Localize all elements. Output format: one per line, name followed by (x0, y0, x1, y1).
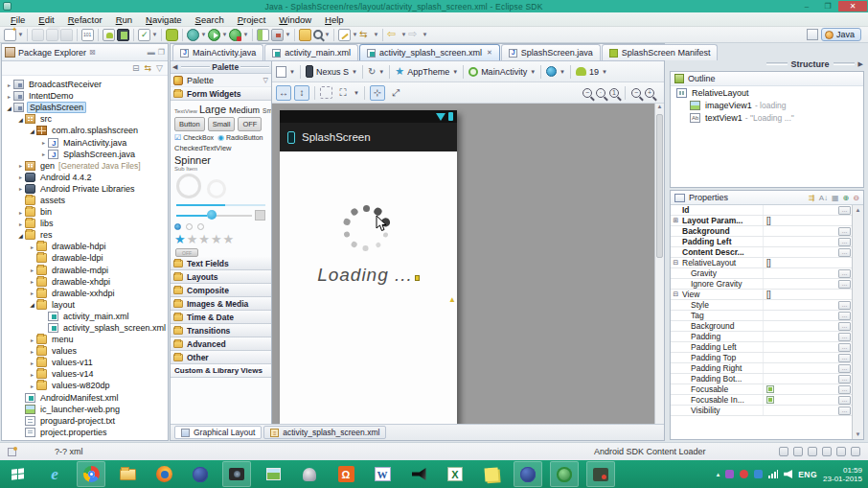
editor-tab-activity-splash-screen-xml[interactable]: activity_splash_screen.xml✕ (359, 44, 500, 60)
back-menu-icon[interactable]: ▼ (400, 32, 407, 37)
chevron-down-icon[interactable]: ▼ (560, 69, 565, 75)
prop-row-id[interactable]: Id… (671, 205, 852, 216)
tree-item-drawable-mdpi[interactable]: ▸drawable-mdpi (2, 265, 168, 276)
menu-help[interactable]: Help (318, 14, 351, 25)
error-tray-icon[interactable] (740, 470, 748, 478)
menu-edit[interactable]: Edit (32, 14, 60, 25)
expander-collapsed-icon[interactable]: ▸ (5, 93, 13, 100)
language-indicator[interactable]: ENG (798, 470, 817, 479)
tree-item-src[interactable]: ◢src (2, 113, 168, 125)
prop-row-background[interactable]: Background… (671, 226, 852, 237)
run-icon[interactable] (208, 29, 220, 41)
outline-item-relativelayout[interactable]: RelativeLayout (671, 86, 863, 99)
outline-header[interactable]: Outline (671, 72, 863, 86)
build-icon[interactable] (81, 29, 94, 41)
debug-menu-icon[interactable]: ▼ (200, 32, 207, 37)
photos-icon[interactable] (259, 461, 287, 487)
expander-expanded-icon[interactable]: ◢ (5, 105, 13, 111)
palette-section-text-fields[interactable]: Text Fields (171, 257, 271, 270)
link-editor-icon[interactable] (359, 29, 372, 41)
togglebutton-widget[interactable]: OFF (238, 117, 262, 131)
expander-collapsed-icon[interactable]: ▸ (28, 278, 36, 285)
bottom-tab-graphical-layout[interactable]: Graphical Layout (174, 426, 262, 439)
java-perspective-button[interactable]: Java (821, 28, 861, 41)
ellipsis-button[interactable]: … (838, 343, 851, 352)
menu-run[interactable]: Run (109, 14, 139, 25)
small-button-widget[interactable]: Small (208, 117, 236, 131)
tree-item-android-4-4-2[interactable]: ▸Android 4.4.2 (2, 172, 168, 183)
palette-section-form-widgets[interactable]: Form Widgets (171, 87, 271, 101)
expander-collapsed-icon[interactable]: ▸ (16, 221, 25, 227)
collapse-icon[interactable]: ⊟ (671, 290, 681, 298)
volume-tray-icon[interactable] (784, 470, 792, 478)
print-icon[interactable] (60, 29, 73, 41)
expander-collapsed-icon[interactable]: ▸ (16, 185, 25, 192)
expander-collapsed-icon[interactable]: ▸ (39, 151, 48, 157)
expander-collapsed-icon[interactable]: ▸ (28, 290, 36, 296)
expand-margins-button[interactable]: ⛶ (335, 85, 351, 101)
tree-item-libs[interactable]: ▸libs (2, 218, 168, 229)
device-selector[interactable]: Nexus S (316, 67, 349, 77)
tree-item-drawable-xxhdpi[interactable]: ▸drawable-xxhdpi (2, 288, 168, 299)
tree-item-android-private-libraries[interactable]: ▸Android Private Libraries (2, 183, 168, 195)
expander-collapsed-icon[interactable]: ▸ (28, 348, 36, 355)
palette-section-advanced[interactable]: Advanced (171, 337, 271, 351)
avd-manager-icon[interactable] (117, 29, 129, 41)
chevron-down-icon[interactable]: ▼ (452, 69, 458, 75)
prop-value[interactable]: [] (764, 216, 838, 225)
zoom-fit-icon[interactable]: · (596, 88, 605, 98)
scroll-up-icon[interactable]: ▲ (655, 104, 664, 113)
close-icon[interactable]: ✕ (487, 49, 492, 57)
ellipsis-button[interactable]: … (838, 238, 851, 246)
problems-icon[interactable] (793, 447, 803, 456)
prop-value[interactable] (764, 385, 838, 393)
spinner-widget[interactable]: Spinner Sub Item (174, 154, 267, 172)
chevron-down-icon[interactable]: ▽ (263, 77, 268, 84)
tree-item-mainactivity-java[interactable]: ▸MainActivity.java (2, 136, 168, 148)
coverage-icon[interactable] (257, 29, 269, 41)
tree-item-values-v14[interactable]: ▸values-v14 (2, 368, 168, 380)
progress-view-icon[interactable] (779, 447, 788, 456)
search-menu-icon[interactable]: ▼ (324, 32, 331, 37)
palette-strip[interactable]: ◀ Palette (171, 61, 271, 74)
prop-value[interactable] (764, 396, 838, 404)
scroll-up-icon[interactable]: ▲ (856, 207, 861, 213)
camera-app-icon[interactable] (222, 461, 251, 487)
ellipsis-button[interactable]: … (838, 364, 851, 373)
tree-item-assets[interactable]: assets (2, 195, 168, 206)
debug-icon[interactable] (187, 29, 199, 41)
prop-row-tag[interactable]: Tag… (671, 311, 852, 321)
prop-row-padding-bot[interactable]: Padding Bot...… (671, 374, 852, 384)
outline-item-imageview1[interactable]: imageView1- loading (671, 99, 863, 111)
tree-item-splashscreen[interactable]: ◢SplashScreen (2, 102, 168, 113)
link-with-editor-icon[interactable]: ⇆ (145, 63, 152, 73)
ellipsis-button[interactable]: … (838, 333, 851, 341)
tree-item-ic-launcher-web-png[interactable]: ic_launcher-web.png (2, 404, 168, 415)
tray-expand-icon[interactable]: ▴ (717, 471, 720, 478)
expander-collapsed-icon[interactable]: ▸ (16, 162, 25, 169)
speaker-horn-icon[interactable] (404, 461, 433, 487)
pin-icon[interactable]: ⇶ (809, 194, 815, 202)
network-tray-icon[interactable] (768, 470, 778, 478)
tree-item-drawable-xhdpi[interactable]: ▸drawable-xhdpi (2, 276, 168, 288)
open-perspective-icon[interactable] (807, 29, 818, 40)
lint-icon[interactable] (138, 29, 150, 41)
zoom-100-icon[interactable]: 1 (609, 88, 619, 98)
collapse-all-icon[interactable]: ⊟ (132, 63, 140, 73)
ellipsis-button[interactable]: … (838, 312, 851, 320)
menu-file[interactable]: File (4, 14, 32, 25)
chevron-down-icon[interactable]: ▼ (602, 69, 607, 75)
expander-collapsed-icon[interactable]: ▸ (28, 244, 36, 250)
tree-item-splashscreen-java[interactable]: ▸SplashScreen.java (2, 149, 168, 160)
view-menu-icon[interactable]: ▽ (156, 63, 163, 73)
editor-tab-mainactivity-java[interactable]: MainActivity.java (172, 44, 263, 60)
external-tools-menu-icon[interactable]: ▼ (285, 32, 291, 37)
prop-row-padding-top[interactable]: Padding Top… (671, 353, 852, 363)
prop-row-padding-left[interactable]: Padding Left… (671, 342, 852, 353)
sort-alphabetic-icon[interactable]: A↓ (819, 194, 828, 202)
globe-icon[interactable] (186, 461, 215, 487)
new-menu-icon[interactable]: ▼ (17, 32, 24, 37)
expander-collapsed-icon[interactable]: ▸ (28, 267, 36, 273)
minimize-button[interactable]: ‒ (796, 1, 817, 12)
snap-to-grid-button[interactable]: ⊹ (370, 85, 385, 101)
